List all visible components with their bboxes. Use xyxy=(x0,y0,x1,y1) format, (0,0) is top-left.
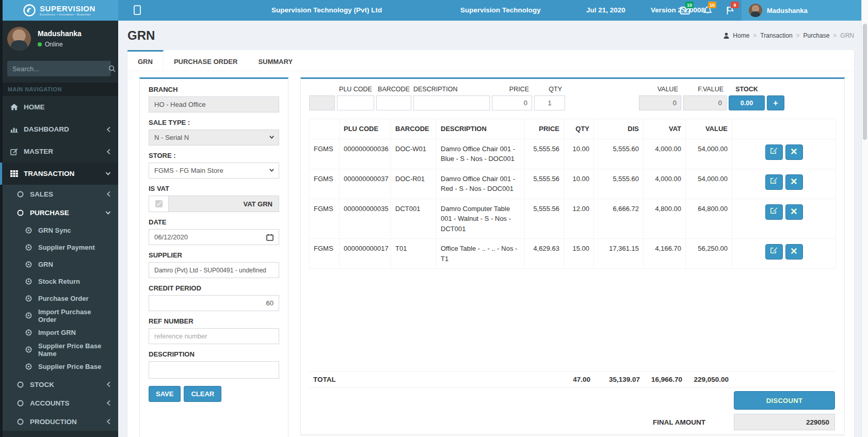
brand-logo-icon xyxy=(23,4,36,17)
delete-row-button[interactable] xyxy=(785,174,803,190)
entry-fvalue-input xyxy=(683,95,727,110)
credit-period-field[interactable]: 60 xyxy=(149,295,279,311)
brand-logo[interactable]: SUPERVISION Excellence • Innovation • Ex… xyxy=(0,0,118,21)
discount-button[interactable]: DISCOUNT xyxy=(734,391,835,410)
navbar: Supervision Technology (Pvt) Ltd Supervi… xyxy=(118,0,868,21)
grn-form-panel: BRANCH HO - Head Office SALE TYPE : N - … xyxy=(139,77,288,437)
sidebar-item-purchase[interactable]: PURCHASE xyxy=(0,203,118,222)
sidebar-item-accounts[interactable]: ACCOUNTS xyxy=(0,394,118,412)
sidebar-item-master[interactable]: MASTER xyxy=(0,140,118,163)
sidebar-item-dashboard[interactable]: DASHBOARD xyxy=(0,118,118,140)
futbol-icon xyxy=(24,244,33,251)
edit-icon xyxy=(770,207,778,217)
final-amount-field xyxy=(734,414,835,430)
is-vat-label: IS VAT xyxy=(149,185,279,192)
sidebar-item-grn[interactable]: GRN xyxy=(0,256,118,273)
tab-grn[interactable]: GRN xyxy=(127,50,164,71)
ref-number-field[interactable] xyxy=(149,328,279,344)
add-item-button[interactable]: + xyxy=(767,95,784,110)
calendar-icon[interactable] xyxy=(266,234,274,241)
edit-row-button[interactable] xyxy=(765,244,783,260)
entry-stock-label: STOCK xyxy=(729,86,765,93)
edit-row-button[interactable] xyxy=(765,144,783,160)
save-button[interactable]: SAVE xyxy=(149,386,181,402)
sale-type-label: SALE TYPE : xyxy=(149,119,279,126)
sidebar-item-import-purchase-order[interactable]: Import Purchase Order xyxy=(0,307,118,324)
cell-qty: 10.00 xyxy=(564,139,594,169)
sidebar-item-grn-sync[interactable]: GRN Sync xyxy=(0,222,118,239)
delete-row-button[interactable] xyxy=(785,244,803,260)
entry-description-input[interactable] xyxy=(413,95,490,110)
date-label: DATE xyxy=(149,218,279,226)
entry-qty-label: QTY xyxy=(534,86,565,93)
col-header-barcode: BARCODE xyxy=(391,119,437,139)
sale-type-select[interactable]: N - Serial N xyxy=(149,130,279,145)
page-title: GRN xyxy=(127,28,155,43)
vat-checkbox[interactable] xyxy=(155,200,163,207)
supplier-field[interactable]: Damro (Pvt) Ltd - SUP00491 - undefined xyxy=(149,262,279,278)
messages-button[interactable]: 10 xyxy=(673,0,696,21)
breadcrumb-home[interactable]: Home xyxy=(733,32,749,39)
total-vat: 16,966.70 xyxy=(644,371,686,387)
sidebar-user-name: Madushanka xyxy=(38,29,82,38)
total-value: 229,050.00 xyxy=(686,371,733,387)
page-scrollbar[interactable] xyxy=(861,0,868,437)
cell-store: FGMS xyxy=(310,239,340,269)
close-icon xyxy=(791,207,797,217)
entry-plu-input[interactable] xyxy=(337,95,374,110)
entry-barcode-input[interactable] xyxy=(376,95,411,110)
sidebar-avatar xyxy=(7,27,31,51)
user-menu-button[interactable]: Madushanka xyxy=(742,0,868,21)
sidebar-item-supplier-payment[interactable]: Supplier Payment xyxy=(0,239,118,256)
cell-value: 54,000.00 xyxy=(686,139,732,169)
edit-row-button[interactable] xyxy=(765,204,783,220)
tab-summary[interactable]: SUMMARY xyxy=(248,50,303,71)
sidebar-item-transaction[interactable]: TRANSACTION xyxy=(0,163,118,185)
cell-description: Damro Computer Table 001 - Walnut - S - … xyxy=(437,199,525,239)
stock-button[interactable]: 0.00 xyxy=(729,95,765,110)
table-row: FGMS000000000037DOC-R01Damro Office Chai… xyxy=(310,169,835,199)
scrollbar-thumb[interactable] xyxy=(863,24,867,140)
sidebar-item-supplier-price-base[interactable]: Supplier Price Base xyxy=(0,358,118,375)
chevron-left-icon xyxy=(106,149,111,155)
search-button[interactable] xyxy=(108,61,116,76)
clear-button[interactable]: CLEAR xyxy=(184,386,221,402)
search-input[interactable] xyxy=(7,65,108,73)
futbol-icon xyxy=(24,363,33,370)
entry-qty-input[interactable] xyxy=(534,95,565,110)
col-header-price: PRICE xyxy=(525,119,564,139)
date-field[interactable]: 06/12/2020 xyxy=(149,229,279,245)
entry-store-input xyxy=(309,95,335,110)
delete-row-button[interactable] xyxy=(785,204,803,220)
main-content: GRN Home>Transaction>Purchase>GRN GRNPUR… xyxy=(118,21,868,437)
sidebar-item-import-grn[interactable]: Import GRN xyxy=(0,324,118,341)
delete-row-button[interactable] xyxy=(785,144,803,160)
circle-icon xyxy=(15,381,25,388)
branch-field: HO - Head Office xyxy=(149,96,279,112)
description-field[interactable] xyxy=(149,361,279,379)
cell-dis: 6,666.72 xyxy=(594,199,644,239)
flags-button[interactable]: 9 xyxy=(719,0,742,21)
sidebar-item-stock[interactable]: STOCK xyxy=(0,375,118,394)
sidebar-toggle-button[interactable] xyxy=(134,5,141,15)
store-select[interactable]: FGMS - FG Main Store xyxy=(149,163,279,179)
sidebar-item-production[interactable]: PRODUCTION xyxy=(0,412,118,431)
circle-icon xyxy=(15,400,25,407)
edit-row-button[interactable] xyxy=(765,174,783,190)
breadcrumb-transaction[interactable]: Transaction xyxy=(760,32,792,39)
table-header-row: PLU CODEBARCODEDESCRIPTIONPRICEQTYDISVAT… xyxy=(310,119,835,139)
cell-store: FGMS xyxy=(310,199,340,239)
items-table: PLU CODEBARCODEDESCRIPTIONPRICEQTYDISVAT… xyxy=(309,119,836,269)
tab-purchase-order[interactable]: PURCHASE ORDER xyxy=(164,50,248,71)
notifications-button[interactable]: 10 xyxy=(696,0,719,21)
entry-price-input[interactable] xyxy=(492,95,532,110)
sidebar-item-stock-return[interactable]: Stock Return xyxy=(0,273,118,290)
sidebar-item-supplier-price-base-name[interactable]: Supplier Price Base Name xyxy=(0,341,118,358)
brand-name: SUPERVISION xyxy=(40,5,95,12)
cell-barcode: T01 xyxy=(391,239,437,269)
sidebar-item-sales[interactable]: SALES xyxy=(0,185,118,203)
cell-barcode: DOC-R01 xyxy=(391,169,437,199)
sidebar-item-home[interactable]: HOME xyxy=(0,96,118,118)
sidebar-item-purchase-order[interactable]: Purchase Order xyxy=(0,290,118,307)
breadcrumb-purchase[interactable]: Purchase xyxy=(803,32,830,39)
